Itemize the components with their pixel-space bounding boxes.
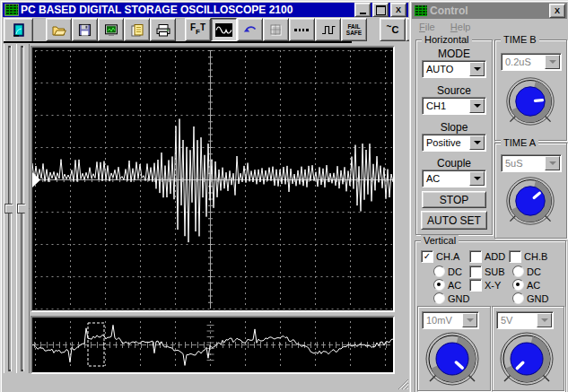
scope-view-button[interactable] (211, 18, 237, 41)
horizontal-caption: Horizontal (422, 34, 472, 45)
close-button[interactable]: X (390, 3, 406, 17)
overview-display[interactable] (31, 316, 395, 374)
open-button[interactable] (46, 18, 72, 41)
add-checkbox[interactable]: ✓ (469, 250, 482, 263)
xy-enable[interactable]: ✓ X-Y (469, 279, 501, 292)
ch-a-gnd-option[interactable]: GND (433, 292, 469, 304)
ch-b-gnd-radio[interactable] (512, 292, 524, 304)
time-a-caption: TIME A (501, 137, 538, 148)
ch-b-gnd-option[interactable]: GND (512, 292, 548, 304)
minimize-button[interactable] (354, 3, 371, 17)
save-button[interactable] (72, 18, 98, 41)
save-floppy-icon (78, 23, 92, 37)
ch-b-checkbox[interactable]: ✓ (509, 250, 521, 263)
control-app-icon (414, 4, 428, 17)
auto-set-button[interactable]: AUTO SET (421, 211, 487, 230)
notepad-icon (130, 23, 144, 37)
undo-button[interactable] (237, 18, 263, 41)
ch-b-ac-option[interactable]: AC (512, 279, 540, 291)
ch-a-enable[interactable]: ✓ CH.A (421, 250, 459, 263)
dropdown-arrow-button (545, 156, 560, 170)
display-capture-button[interactable] (98, 18, 124, 41)
square-wave-button[interactable] (315, 18, 341, 41)
ch-b-dc-radio[interactable] (512, 266, 524, 277)
grid-toggle-button[interactable] (263, 18, 289, 41)
dropdown-arrow-button[interactable] (469, 62, 485, 76)
slope-dropdown[interactable]: Positive (422, 134, 486, 152)
notes-button[interactable] (124, 18, 150, 41)
ch-b-ac-radio[interactable] (512, 279, 524, 291)
sine-wave-icon (215, 23, 232, 37)
time-a-knob[interactable] (505, 176, 555, 226)
control-close-button[interactable]: X (549, 4, 565, 18)
ch-b-gnd-label: GND (527, 293, 548, 304)
menu-help[interactable]: Help (450, 22, 471, 32)
time-b-knob[interactable] (505, 76, 555, 126)
stop-button[interactable]: STOP (422, 191, 486, 208)
add-label: ADD (485, 251, 505, 262)
square-wave-icon (321, 23, 336, 37)
ch-a-gnd-radio[interactable] (433, 292, 445, 304)
time-b-group: TIME B 0.2uS (494, 39, 567, 141)
ch-b-knob[interactable] (499, 331, 555, 387)
ch-b-panel: 5V (492, 306, 564, 391)
sub-enable[interactable]: ✓ SUB (469, 266, 505, 278)
resize-grip[interactable] (396, 377, 408, 389)
fft-button[interactable]: FFT (185, 18, 211, 41)
close-icon: X (396, 5, 401, 14)
chevron-down-icon (474, 104, 481, 111)
couple-dropdown[interactable]: AC (422, 170, 486, 187)
chevron-down-icon (541, 318, 548, 326)
add-enable[interactable]: ✓ ADD (469, 250, 505, 263)
main-window: PC BASED DIGITAL STORAGE OSCILLOSCOPE 21… (0, 0, 411, 392)
maximize-button[interactable] (372, 3, 389, 17)
slider-b-thumb[interactable] (17, 204, 30, 213)
fail-safe-button[interactable]: FAILSAFE (341, 18, 367, 41)
ch-b-dc-label: DC (527, 266, 541, 277)
chevron-down-icon (474, 67, 481, 74)
chevron-down-icon (474, 141, 481, 148)
monitor-icon (104, 23, 118, 37)
print-button[interactable] (150, 18, 176, 41)
ch-a-checkbox[interactable]: ✓ (421, 250, 433, 263)
chevron-down-icon (549, 161, 556, 169)
ch-a-ac-option[interactable]: AC (433, 279, 461, 291)
main-scope-canvas (32, 48, 393, 310)
sub-checkbox[interactable]: ✓ (469, 266, 482, 278)
xy-checkbox[interactable]: ✓ (469, 279, 482, 292)
mode-label: MODE (416, 48, 492, 60)
slider-tick (9, 370, 11, 371)
ch-a-ac-radio[interactable] (433, 279, 445, 291)
fft-icon: FFT (190, 23, 205, 37)
dropdown-arrow-button[interactable] (469, 171, 485, 186)
position-slider-b[interactable] (16, 44, 30, 373)
dotted-line-button[interactable] (289, 18, 315, 41)
ch-b-dc-option[interactable]: DC (512, 266, 541, 277)
calibrate-c-button[interactable]: ~C (380, 18, 406, 41)
position-slider-a[interactable] (4, 44, 17, 373)
open-folder-icon (52, 23, 66, 37)
menu-file[interactable]: File (419, 22, 435, 32)
ch-a-range-dropdown: 10mV (422, 311, 479, 329)
ch-a-dc-option[interactable]: DC (433, 266, 462, 277)
control-window-title: Control (430, 4, 547, 17)
dropdown-arrow-button (545, 55, 560, 69)
ch-b-ac-label: AC (527, 280, 540, 291)
ch-b-enable[interactable]: ✓ CH.B (509, 250, 547, 263)
source-dropdown[interactable]: CH1 (422, 97, 486, 115)
exit-button[interactable] (4, 18, 33, 43)
mode-dropdown[interactable]: AUTO (422, 60, 486, 78)
ch-a-label: CH.A (436, 251, 459, 262)
trigger-marker[interactable] (32, 172, 40, 187)
ch-a-gnd-label: GND (448, 293, 469, 304)
ch-a-dc-radio[interactable] (433, 266, 445, 277)
ch-a-ac-label: AC (448, 280, 461, 291)
printer-icon (156, 23, 170, 37)
control-window: Control X File Help Horizontal MODE AUTO… (409, 0, 568, 392)
maximize-icon (376, 5, 386, 15)
main-scope-display[interactable] (31, 46, 395, 312)
dropdown-arrow-button[interactable] (469, 99, 485, 113)
ch-a-knob[interactable] (424, 331, 480, 387)
slider-a-thumb[interactable] (4, 204, 17, 213)
dropdown-arrow-button[interactable] (469, 135, 485, 150)
